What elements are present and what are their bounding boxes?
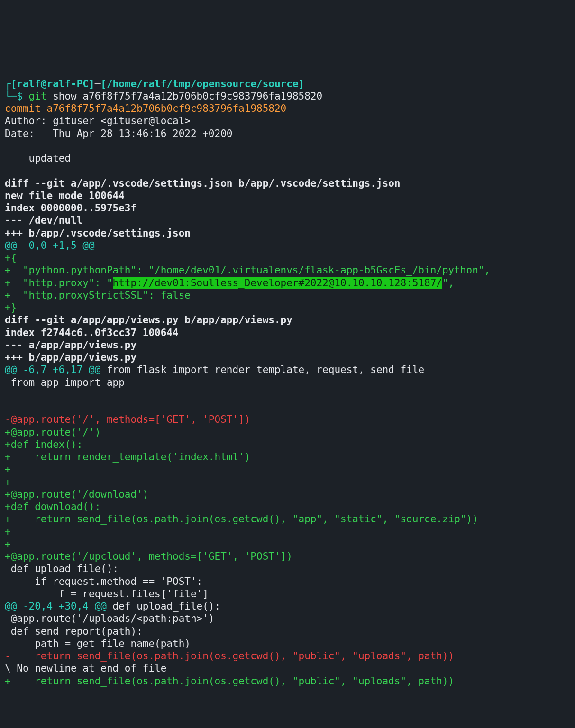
diff-context: @app.route('/uploads/<path:path>') [5,613,215,624]
command-args[interactable]: show a76f8f75f7a4a12b706b0cf9c983796fa19… [47,91,323,102]
diff-add: +def index(): [5,439,82,450]
diff-hunk: @@ -6,7 +6,17 @@ [5,364,100,375]
diff-nonewline: \ No newline at end of file [5,663,166,674]
diff-add: + return render_template('index.html') [5,451,250,463]
diff-index: index 0000000..5975e3f [5,202,137,214]
diff-hunk-context: from flask import render_template, reque… [100,364,424,375]
diff-add: + return send_file(os.path.join(os.getcw… [5,513,478,525]
commit-hash: a76f8f75f7a4a12b706b0cf9c983796fa1985820 [47,103,287,114]
diff-remove: - return send_file(os.path.join(os.getcw… [5,650,454,662]
prompt-corner-top: ┌ [5,78,11,90]
diff-hunk: @@ -20,4 +30,4 @@ [5,601,107,612]
diff-add: + [5,526,11,537]
diff-context: def upload_file(): [5,563,119,574]
command-binary[interactable]: git [29,91,47,102]
commit-author: Author: gituser <gituser@local> [5,115,191,127]
diff-hunk-context: def upload_file(): [107,601,220,612]
diff-remove: -@app.route('/', methods=['GET', 'POST']… [5,414,250,425]
diff-context: f = request.files['file'] [5,588,209,600]
diff-add: +@app.route('/') [5,427,100,438]
diff-add: +{ [5,252,17,264]
prompt-sep: ─ [95,78,101,90]
diff-newmode: new file mode 100644 [5,190,125,201]
commit-message: updated [5,153,71,164]
commit-label: commit [5,103,47,114]
diff-context: if request.method == 'POST': [5,576,202,587]
diff-hunk: @@ -0,0 +1,5 @@ [5,240,95,251]
diff-context: path = get_file_name(path) [5,638,191,649]
terminal-output: ┌[ralf@ralf-PC]─[/home/ralf/tmp/opensour… [0,62,575,692]
prompt-dollar: $ [17,91,28,102]
prompt-user-host: [ralf@ralf-PC] [11,78,95,90]
diff-to: +++ b/app/.vscode/settings.json [5,228,191,239]
diff-add: +def download(): [5,501,100,512]
prompt-cwd: [/home/ralf/tmp/opensource/source] [100,78,304,90]
commit-date: Date: Thu Apr 28 13:46:16 2022 +0200 [5,128,232,139]
diff-to: +++ b/app/app/views.py [5,352,137,363]
diff-add: + [5,538,11,550]
diff-add: +@app.route('/upcloud', methods=['GET', … [5,551,292,562]
diff-header: diff --git a/app/.vscode/settings.json b… [5,178,400,189]
diff-add: + [5,464,11,475]
diff-from: --- a/app/app/views.py [5,339,137,351]
diff-add: + "http.proxyStrictSSL": false [5,290,191,301]
diff-add: ", [442,277,454,289]
diff-header: diff --git a/app/app/views.py b/app/app/… [5,314,292,326]
diff-add: + return send_file(os.path.join(os.getcw… [5,675,454,687]
diff-context: def send_report(path): [5,626,143,637]
proxy-url-highlight: http://dev01:Soulless_Developer#2022@10.… [113,277,442,289]
diff-add: + "python.pythonPath": "/home/dev01/.vir… [5,264,490,276]
diff-add: + [5,476,11,488]
prompt-corner-bottom: └─ [5,91,17,102]
diff-add: +} [5,302,17,313]
diff-from: --- /dev/null [5,215,82,226]
diff-context: from app import app [5,377,125,388]
diff-index: index f2744c6..0f3cc37 100644 [5,327,179,338]
diff-add: + "http.proxy": " [5,277,113,289]
diff-add: +@app.route('/download') [5,489,148,500]
